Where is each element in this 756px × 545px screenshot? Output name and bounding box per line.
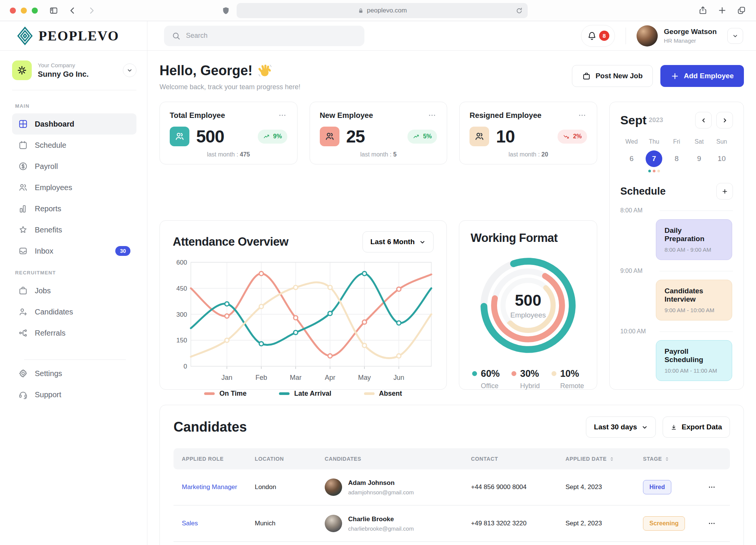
stat-value: 25 [346,126,365,147]
search-input[interactable] [186,32,357,40]
legend-swatch [279,392,290,395]
legend-label: Absent [379,390,402,398]
sort-icon[interactable] [664,456,670,462]
sidebar-item-dashboard[interactable]: Dashboard [12,113,136,135]
sidebar-item-label: Support [35,390,61,399]
calendar-prev-button[interactable] [695,112,712,129]
schedule-time-label: 8:00 AM [620,207,654,214]
peoplevo-logo-icon [17,26,33,45]
calendar-dates-row: 678910 [620,150,733,172]
inbox-count-badge: 30 [115,246,130,256]
calendar-date[interactable]: 9 [691,150,708,167]
more-options-icon[interactable] [577,110,587,120]
zoom-window-button[interactable] [32,8,38,14]
minimize-window-button[interactable] [21,8,27,14]
event-time: 8:00 AM - 9:00 AM [665,246,723,253]
chevron-down-icon [641,424,648,430]
more-options-icon[interactable] [277,110,287,120]
location-cell: Munich [255,520,325,527]
inbox-icon [18,246,28,256]
user-menu-chevron-icon[interactable] [727,28,743,44]
applied-role-link[interactable]: Sales [182,520,198,527]
sidebar-item-schedule[interactable]: Schedule [12,135,136,156]
calendar-date[interactable]: 10 [713,150,730,167]
calendar-next-button[interactable] [716,112,733,129]
svg-text:600: 600 [177,259,187,266]
privacy-shield-icon[interactable] [221,6,231,15]
benefits-icon [18,225,28,235]
user-avatar[interactable] [637,25,658,46]
schedule-event-daily-preparation[interactable]: Daily Preparation8:00 AM - 9:00 AM [656,219,732,260]
back-icon[interactable] [68,6,77,15]
brand-logo[interactable]: PEOPLEVO [0,21,147,51]
sidebar-item-inbox[interactable]: Inbox30 [12,240,136,262]
calendar-date[interactable]: 6 [623,150,640,167]
calendar-date[interactable]: 8 [668,150,685,167]
sidebar-item-settings[interactable]: Settings [12,363,136,384]
divider [660,331,733,332]
more-options-icon[interactable] [427,110,437,120]
export-data-button[interactable]: Export Data [663,416,730,438]
stat-last-month: last month : 5 [320,151,437,158]
sidebar-item-reports[interactable]: Reports [12,198,136,219]
calendar-weekday: Thu [643,138,666,145]
search-input-wrap [164,26,364,46]
sidebar-item-referrals[interactable]: Referrals [12,322,136,344]
trend-badge: 9% [258,130,287,144]
add-employee-button[interactable]: Add Employee [660,65,744,87]
stats-row: Total Employee5009%last month : 475New E… [160,102,597,164]
sidebar-item-support[interactable]: Support [12,384,136,405]
divider [626,28,626,44]
company-selector[interactable]: Your Company Sunny Go Inc. [12,60,136,80]
trend-badge: 2% [558,130,587,144]
stat-card-new-employee: New Employee255%last month : 5 [310,102,448,164]
column-header-stage[interactable]: Stage [643,456,707,462]
table-row-charlie-brooke: SalesMunichCharlie Brookecharliebrooke@g… [174,506,730,542]
sidebar-item-label: Employees [35,183,72,192]
address-bar[interactable]: peoplevo.com [237,3,528,18]
window-controls [10,8,38,14]
sidebar-item-benefits[interactable]: Benefits [12,219,136,240]
add-schedule-button[interactable] [716,183,733,200]
post-new-job-button[interactable]: Post New Job [572,65,653,87]
candidate-email: charliebrooke@gmail.com [348,525,414,532]
schedule-event-candidates-interview[interactable]: Candidates Interview9:00 AM - 10:00 AM [656,280,732,320]
svg-text:Jan: Jan [222,374,232,381]
calendar-year: 2023 [649,116,663,124]
sidebar-toggle-icon[interactable] [49,6,58,15]
attendance-range-select[interactable]: Last 6 Month [363,231,434,252]
sidebar-item-jobs[interactable]: Jobs [12,280,136,301]
row-menu-icon[interactable] [707,483,730,492]
referrals-icon [18,328,28,338]
candidates-range-select[interactable]: Last 30 days [586,416,656,438]
divider [660,211,733,211]
reload-icon[interactable] [515,7,523,15]
working-format-title: Working Format [471,231,586,245]
calendar-day-7: 7 [643,150,666,172]
contact-cell: +49 813 3202 3220 [471,520,565,527]
sidebar-item-candidates[interactable]: Candidates [12,301,136,322]
share-icon[interactable] [698,6,708,15]
close-window-button[interactable] [10,8,16,14]
sidebar-item-employees[interactable]: Employees [12,177,136,198]
svg-text:Feb: Feb [256,374,267,381]
company-switcher-chevron-icon[interactable] [123,63,136,77]
forward-icon[interactable] [87,6,96,15]
row-menu-icon[interactable] [707,519,730,528]
notifications-button[interactable]: 8 [581,25,615,47]
tab-overview-icon[interactable] [737,6,746,15]
sidebar-item-payroll[interactable]: Payroll [12,156,136,177]
working-format-legend-remote: 10%Remote [552,368,584,390]
calendar-date-selected[interactable]: 7 [646,150,662,167]
new-tab-icon[interactable] [717,6,727,15]
sort-icon[interactable] [609,456,615,462]
browser-chrome: peoplevo.com [0,0,756,21]
stage-badge[interactable]: Screening [643,516,685,531]
stage-badge[interactable]: Hired [643,480,671,494]
schedule-event-payroll-scheduling[interactable]: Payroll Scheduling10:00 AM - 11:00 AM [656,340,732,381]
sidebar-divider [24,359,126,360]
column-header-applied-date[interactable]: Applied Date [565,456,643,462]
calendar-day-9: 9 [688,150,711,172]
page-title: Hello, George! [160,63,253,79]
applied-role-link[interactable]: Marketing Manager [182,483,237,491]
